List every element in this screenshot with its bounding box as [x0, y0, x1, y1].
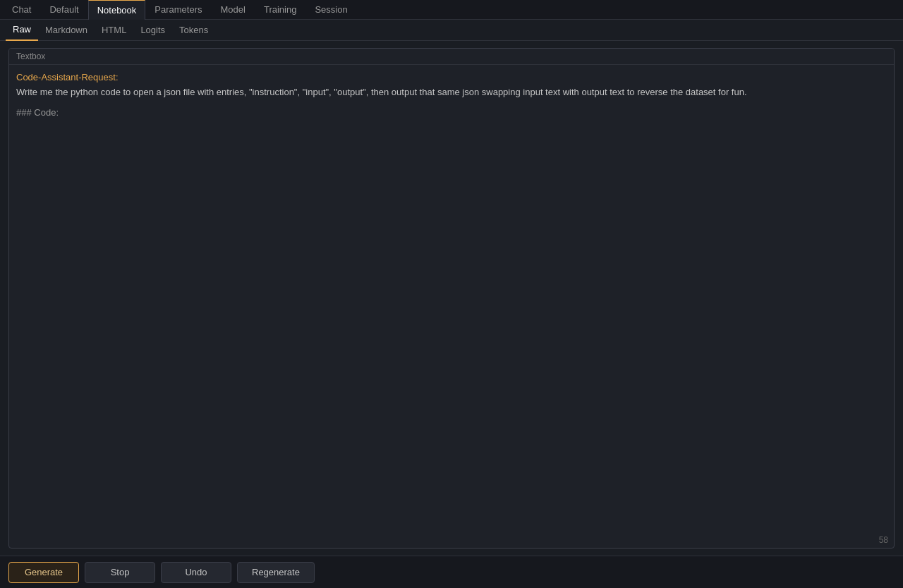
textbox-content[interactable]: Code-Assistant-Request: Write me the pyt…	[9, 65, 894, 548]
regenerate-button[interactable]: Regenerate	[237, 562, 315, 583]
text-body-line: Write me the python code to open a json …	[16, 85, 887, 100]
nav-tab-notebook[interactable]: Notebook	[88, 0, 146, 20]
sub-tabs: Raw Markdown HTML Logits Tokens	[0, 20, 903, 41]
sub-tab-tokens[interactable]: Tokens	[172, 20, 215, 41]
bottom-toolbar: Generate Stop Undo Regenerate	[0, 556, 903, 588]
stop-button[interactable]: Stop	[85, 562, 155, 583]
undo-button[interactable]: Undo	[161, 562, 231, 583]
text-code-line: ### Code:	[16, 106, 887, 121]
nav-bar: Chat Default Notebook Parameters Model T…	[0, 0, 903, 20]
text-header-line: Code-Assistant-Request:	[16, 71, 887, 85]
sub-tab-raw[interactable]: Raw	[6, 20, 38, 41]
nav-tab-chat[interactable]: Chat	[3, 0, 40, 20]
nav-tab-training[interactable]: Training	[255, 0, 305, 20]
nav-tab-parameters[interactable]: Parameters	[145, 0, 211, 20]
sub-tab-logits[interactable]: Logits	[133, 20, 172, 41]
sub-tab-markdown[interactable]: Markdown	[38, 20, 95, 41]
nav-tab-session[interactable]: Session	[305, 0, 356, 20]
nav-tab-default[interactable]: Default	[40, 0, 87, 20]
textbox-label: Textbox	[9, 49, 894, 65]
nav-tab-model[interactable]: Model	[212, 0, 255, 20]
token-count: 58	[879, 535, 888, 545]
sub-tab-html[interactable]: HTML	[95, 20, 133, 41]
main-content: Textbox Code-Assistant-Request: Write me…	[0, 41, 903, 556]
textbox-container: Textbox Code-Assistant-Request: Write me…	[8, 48, 895, 549]
generate-button[interactable]: Generate	[8, 562, 79, 583]
